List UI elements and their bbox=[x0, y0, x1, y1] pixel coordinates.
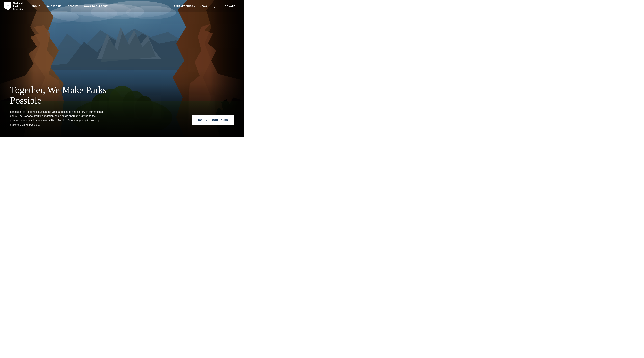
search-icon bbox=[212, 4, 215, 8]
nav-stories-label: STORIES bbox=[68, 5, 79, 8]
nav-our-work-chevron: ▾ bbox=[62, 5, 62, 7]
nav-right: PARTNERSHIPS ▾ NEWS DONATE bbox=[174, 3, 240, 10]
nav-about-label: ABOUT bbox=[32, 5, 40, 8]
logo-text: National Park Foundation. bbox=[13, 2, 25, 11]
shield-icon bbox=[5, 3, 10, 9]
support-btn-area: SUPPORT OUR PARKS bbox=[192, 115, 234, 125]
nav-item-ways-to-support[interactable]: WAYS TO SUPPORT ▾ bbox=[84, 5, 109, 8]
logo[interactable]: National Park Foundation. bbox=[4, 2, 25, 11]
nav-about-chevron: ▾ bbox=[41, 5, 42, 7]
hero-description: It takes all of us to help sustain the v… bbox=[10, 110, 104, 127]
nav-item-about[interactable]: ABOUT ▾ bbox=[32, 5, 42, 8]
search-button[interactable] bbox=[212, 4, 215, 8]
nav-news-label: NEWS bbox=[200, 5, 207, 8]
nav-item-news[interactable]: NEWS bbox=[200, 5, 207, 8]
logo-park: Park bbox=[13, 5, 25, 8]
svg-line-32 bbox=[214, 7, 215, 8]
logo-shield bbox=[4, 2, 12, 10]
hero-section: National Park Foundation. ABOUT ▾ OUR WO… bbox=[0, 0, 244, 137]
nav-partnerships-chevron: ▾ bbox=[194, 5, 195, 8]
nav-our-work-label: OUR WORK bbox=[47, 5, 61, 8]
nav-partnerships-label: PARTNERSHIPS bbox=[174, 5, 193, 8]
nav-item-our-work[interactable]: OUR WORK ▾ bbox=[47, 5, 62, 8]
navbar: National Park Foundation. ABOUT ▾ OUR WO… bbox=[0, 0, 244, 12]
hero-content: Together, We Make Parks Possible It take… bbox=[10, 85, 118, 127]
logo-foundation: Foundation. bbox=[13, 8, 25, 11]
nav-ways-label: WAYS TO SUPPORT bbox=[84, 5, 108, 8]
nav-item-partnerships[interactable]: PARTNERSHIPS ▾ bbox=[174, 5, 195, 8]
hero-title: Together, We Make Parks Possible bbox=[10, 85, 118, 106]
nav-ways-chevron: ▾ bbox=[108, 5, 109, 7]
nav-item-stories[interactable]: STORIES bbox=[68, 5, 79, 8]
support-parks-button[interactable]: SUPPORT OUR PARKS bbox=[192, 115, 234, 125]
donate-button[interactable]: DONATE bbox=[220, 3, 240, 10]
logo-national: National bbox=[13, 2, 25, 5]
nav-links: ABOUT ▾ OUR WORK ▾ STORIES WAYS TO SUPPO… bbox=[32, 5, 174, 8]
